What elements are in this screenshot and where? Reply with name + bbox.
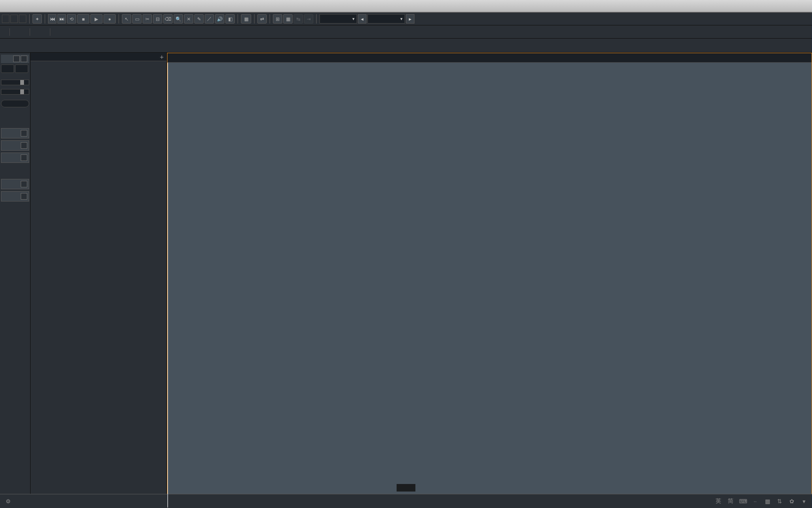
tracks-area[interactable] <box>167 63 812 508</box>
arrangement-view[interactable] <box>167 53 812 508</box>
edit-icon[interactable] <box>13 56 20 62</box>
snap-next[interactable]: ▸ <box>406 14 414 24</box>
glue-tool[interactable]: ⊟ <box>153 14 162 24</box>
section-icon <box>21 193 27 200</box>
color-selector[interactable]: ▦ <box>241 14 251 24</box>
nudge-button[interactable]: ⇄ <box>257 14 267 24</box>
inspector-section-3[interactable] <box>1 153 29 163</box>
section-icon <box>21 142 27 149</box>
inspector-value-1 <box>1 77 29 79</box>
titlebar <box>0 0 812 12</box>
automation-mode-button[interactable]: ✦ <box>32 14 42 24</box>
inspector-header[interactable] <box>1 55 29 63</box>
quantize-preset-select[interactable] <box>319 14 357 24</box>
quantize-prev[interactable]: ◂ <box>358 14 366 24</box>
snap-mode-1[interactable]: ↹ <box>294 14 303 24</box>
stop-button[interactable]: ■ <box>77 14 89 24</box>
snap-toggle[interactable]: ⊞ <box>273 14 282 24</box>
inspector-section-2[interactable] <box>1 140 29 151</box>
inspector-knob-2[interactable] <box>15 65 28 73</box>
line-tool[interactable]: ／ <box>205 14 214 24</box>
erase-tool[interactable]: ⌫ <box>163 14 173 24</box>
arrow-tool[interactable]: ↖ <box>122 14 131 24</box>
subtitle-caption <box>397 484 415 492</box>
lang-icon[interactable]: 英 <box>714 497 723 506</box>
keyboard-icon[interactable]: ⌨ <box>739 497 747 506</box>
grid-icon[interactable]: ▦ <box>763 497 772 506</box>
mute-tool[interactable]: ✕ <box>184 14 193 24</box>
snap-value-select[interactable] <box>367 14 405 24</box>
inspector-section-1[interactable] <box>1 128 29 138</box>
prev-marker-button[interactable]: ⏮ <box>48 14 56 24</box>
inspector-section-5[interactable] <box>1 191 29 202</box>
draw-tool[interactable]: ✎ <box>194 14 204 24</box>
inspector-slider-1[interactable] <box>1 80 29 85</box>
inspector-panel <box>0 53 31 508</box>
collapse-icon[interactable]: ▾ <box>800 497 808 506</box>
settings-icon[interactable]: ✿ <box>788 497 796 506</box>
read-toggle[interactable] <box>10 15 18 23</box>
color-tool[interactable]: ◧ <box>225 14 235 24</box>
cycle-button[interactable]: ⟲ <box>67 14 76 24</box>
add-track-button[interactable]: + <box>160 53 164 61</box>
ime-icon[interactable]: 简 <box>726 497 735 506</box>
playhead[interactable] <box>167 63 168 508</box>
punct-icon[interactable]: ·· <box>751 497 759 506</box>
range-tool[interactable]: ▭ <box>132 14 142 24</box>
gear-icon[interactable]: ⚙ <box>4 497 12 506</box>
main-area: + <box>0 53 812 508</box>
grid-type-button[interactable]: ▦ <box>283 14 293 24</box>
inspector-knob-1[interactable] <box>1 65 14 73</box>
section-icon <box>21 130 27 137</box>
split-tool[interactable]: ✂ <box>143 14 152 24</box>
timeline-ruler[interactable] <box>167 53 812 63</box>
inspector-section-4[interactable] <box>1 179 29 189</box>
next-marker-button[interactable]: ⏭ <box>57 14 66 24</box>
section-icon <box>21 181 27 187</box>
main-toolbar: ✦ ⏮ ⏭ ⟲ ■ ▶ ● ↖ ▭ ✂ ⊟ ⌫ 🔍 ✕ ✎ ／ 🔊 ◧ ▦ ⇄ … <box>0 12 812 25</box>
track-list: + <box>31 53 167 508</box>
inspector-slider-2[interactable] <box>1 89 29 95</box>
inspector-pan-knob[interactable] <box>1 100 29 107</box>
solo-defeat-toggle[interactable] <box>2 15 9 23</box>
inspector-value-2 <box>1 86 29 88</box>
zoom-tool[interactable]: 🔍 <box>174 14 183 24</box>
record-button[interactable]: ● <box>103 14 116 24</box>
play-tool[interactable]: 🔊 <box>215 14 224 24</box>
tracklist-header: + <box>31 53 167 61</box>
status-infobar <box>0 25 812 39</box>
write-toggle[interactable] <box>19 15 26 23</box>
section-icon <box>21 154 27 161</box>
play-button[interactable]: ▶ <box>90 14 103 24</box>
adjust-icon[interactable]: ⇅ <box>775 497 784 506</box>
snap-mode-2[interactable]: ⇥ <box>304 14 313 24</box>
bottom-bar: ⚙ 英 简 ⌨ ·· ▦ ⇅ ✿ ▾ <box>0 494 812 508</box>
power-icon[interactable] <box>21 56 27 62</box>
